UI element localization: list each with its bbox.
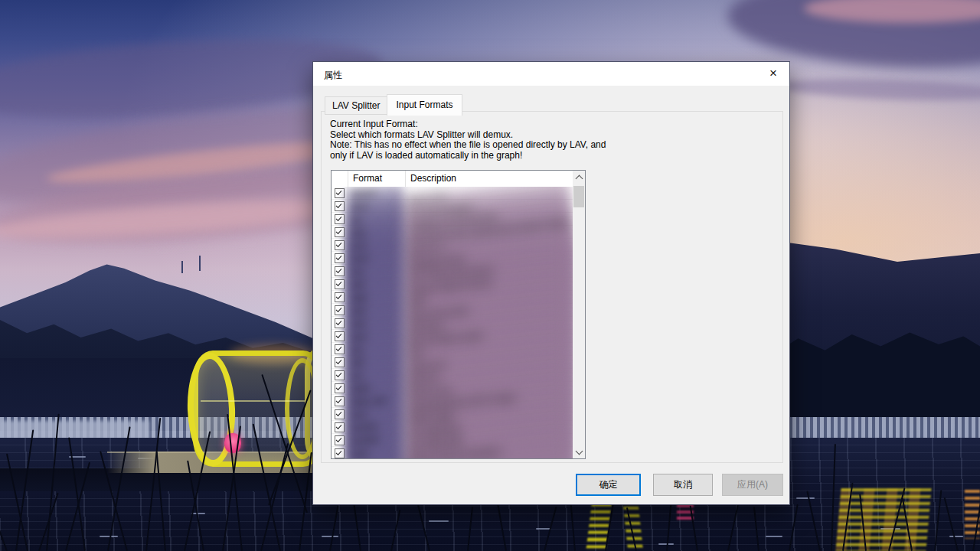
water-glint	[949, 536, 963, 537]
description-column-header[interactable]: Description	[406, 171, 573, 187]
water-glint	[100, 536, 118, 537]
format-column-header[interactable]: Format	[348, 171, 406, 187]
antenna-tower	[199, 256, 201, 271]
water-glint	[322, 536, 338, 537]
properties-dialog: 属性 × LAV Splitter Input Formats Current …	[312, 61, 790, 505]
scroll-up-icon[interactable]	[573, 171, 585, 184]
water-glint	[191, 513, 205, 514]
scrollbar-thumb[interactable]	[573, 186, 584, 207]
tab-input-formats[interactable]: Input Formats	[387, 94, 462, 116]
dialog-title: 属性	[324, 69, 342, 82]
checkbox-column-header	[332, 171, 348, 187]
close-icon[interactable]: ×	[757, 62, 789, 86]
tab-lav-splitter[interactable]: LAV Splitter	[325, 96, 387, 115]
ok-button[interactable]: 确定	[576, 474, 641, 496]
water-glint	[766, 536, 782, 537]
tab-strip: LAV Splitter Input Formats	[325, 94, 462, 115]
instruction-line: Select which formats LAV Splitter will d…	[330, 130, 606, 141]
cancel-button[interactable]: 取消	[653, 474, 713, 496]
instruction-line: Current Input Format:	[330, 119, 606, 130]
tab-page: Current Input Format: Select which forma…	[321, 111, 783, 463]
instruction-line: only if LAV is loaded automatically in t…	[330, 151, 606, 161]
format-list: Format Description 3dostr3DO STR4xm4X Te…	[331, 170, 586, 459]
scroll-down-icon[interactable]	[573, 445, 585, 458]
vertical-scrollbar[interactable]	[573, 171, 585, 458]
bubble-tent-seam	[201, 400, 308, 402]
water-glint	[796, 497, 815, 499]
dialog-titlebar[interactable]: 属性 ×	[313, 62, 789, 86]
antenna-tower	[181, 261, 183, 273]
instructions: Current Input Format: Select which forma…	[330, 119, 606, 161]
water-glint	[429, 520, 449, 522]
format-list-rows: 3dostr3DO STR4xm4X TechnologiesaaAudible…	[332, 187, 573, 458]
apply-button[interactable]: 应用(A)	[722, 474, 783, 496]
format-list-header: Format Description	[332, 171, 573, 187]
instruction-line: Note: This has no effect when the file i…	[330, 140, 606, 151]
